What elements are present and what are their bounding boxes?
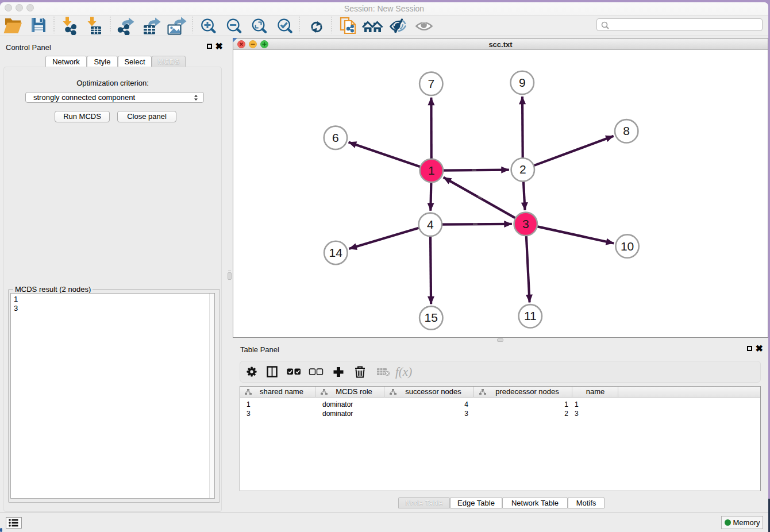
svg-text:1: 1 xyxy=(428,164,435,177)
svg-text:f(x): f(x) xyxy=(395,365,412,379)
svg-text:4: 4 xyxy=(427,218,434,231)
svg-text:11: 11 xyxy=(524,309,537,322)
svg-text:6: 6 xyxy=(332,131,339,144)
svg-text:14: 14 xyxy=(329,246,343,259)
svg-text:7: 7 xyxy=(428,77,434,90)
svg-text:9: 9 xyxy=(519,76,526,89)
svg-text:8: 8 xyxy=(623,124,630,137)
svg-text:3: 3 xyxy=(522,217,529,230)
svg-text:2: 2 xyxy=(519,163,526,176)
svg-text:15: 15 xyxy=(425,311,438,324)
svg-text:10: 10 xyxy=(621,240,634,253)
